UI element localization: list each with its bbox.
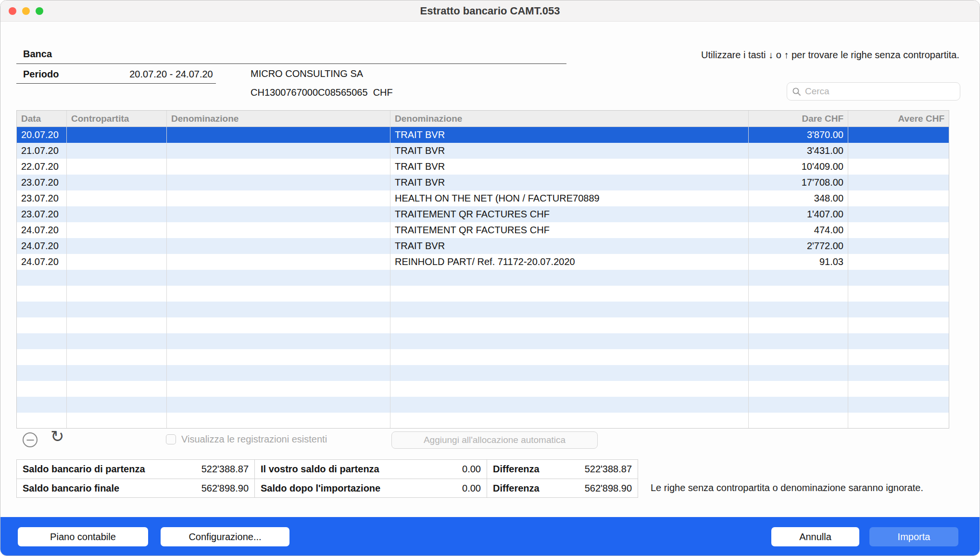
table-body: 20.07.20TRAIT BVR3'870.0021.07.20TRAIT B… [17, 127, 949, 429]
table-row[interactable] [17, 365, 949, 381]
period-label: Periodo [23, 69, 59, 80]
cancel-button[interactable]: Annulla [771, 527, 859, 546]
cell-denominazione1 [167, 381, 390, 397]
column-header-denominazione-1: Denominazione [167, 111, 390, 126]
cell-data [17, 302, 67, 317]
cell-dare [749, 317, 848, 333]
table-row[interactable]: 23.07.20TRAIT BVR17'708.00 [17, 175, 949, 190]
account-iban: CH1300767000C08565065 CHF [251, 87, 393, 98]
cell-contropartita [67, 206, 167, 222]
cell-contropartita [67, 397, 167, 413]
table-row[interactable] [17, 349, 949, 365]
summary-label: Differenza [493, 483, 540, 494]
cell-denominazione2: TRAIT BVR [390, 238, 749, 254]
cell-data: 23.07.20 [17, 206, 67, 222]
cell-data [17, 270, 67, 286]
import-button[interactable]: Importa [869, 527, 958, 546]
summary-label: Saldo dopo l'importazione [261, 483, 380, 494]
configuration-button[interactable]: Configurazione... [161, 527, 289, 546]
table-row[interactable] [17, 381, 949, 397]
cell-contropartita [67, 238, 167, 254]
cell-contropartita [67, 413, 167, 429]
summary-cell: Saldo bancario di partenza 522'388.87 [17, 460, 254, 479]
cell-contropartita [67, 270, 167, 286]
cell-contropartita [67, 127, 167, 143]
cell-avere [848, 270, 949, 286]
window-title: Estratto bancario CAMT.053 [0, 5, 980, 17]
cell-data: 21.07.20 [17, 143, 67, 159]
ignored-rows-note: Le righe senza contropartita o denominaz… [651, 482, 923, 493]
cell-contropartita [67, 143, 167, 159]
table-row[interactable]: 24.07.20REINHOLD PART/ Ref. 71172-20.07.… [17, 254, 949, 270]
table-row[interactable] [17, 302, 949, 317]
cell-dare: 1'407.00 [749, 206, 848, 222]
summary-cell: Differenza 522'388.87 [487, 460, 638, 479]
table-row[interactable] [17, 286, 949, 302]
cell-denominazione1 [167, 254, 390, 270]
cell-contropartita [67, 302, 167, 317]
show-existing-row: Visualizza le registrazioni esistenti [166, 434, 327, 445]
summary-value: 0.00 [462, 464, 481, 475]
cell-contropartita [67, 159, 167, 175]
cell-dare [749, 397, 848, 413]
remove-row-button[interactable] [23, 432, 38, 447]
cell-data [17, 397, 67, 413]
table-row[interactable]: 24.07.20TRAITEMENT QR FACTURES CHF474.00 [17, 222, 949, 238]
summary-table: Saldo bancario di partenza 522'388.87 Il… [16, 459, 638, 498]
summary-label: Differenza [493, 464, 540, 475]
cell-data: 20.07.20 [17, 127, 67, 143]
summary-value: 562'898.90 [201, 483, 249, 494]
cell-contropartita [67, 381, 167, 397]
cell-avere [848, 349, 949, 365]
table-row[interactable]: 20.07.20TRAIT BVR3'870.00 [17, 127, 949, 143]
cell-avere [848, 397, 949, 413]
navigation-hint: Utilizzare i tasti ↓ o ↑ per trovare le … [701, 50, 959, 61]
cell-contropartita [67, 190, 167, 206]
refresh-icon[interactable]: ↻ [50, 428, 64, 444]
table-row[interactable]: 21.07.20TRAIT BVR3'431.00 [17, 143, 949, 159]
cell-avere [848, 143, 949, 159]
cell-denominazione1 [167, 333, 390, 349]
table-row[interactable]: 23.07.20TRAITEMENT QR FACTURES CHF1'407.… [17, 206, 949, 222]
table-row[interactable]: 23.07.20HEALTH ON THE NET (HON / FACTURE… [17, 190, 949, 206]
cell-denominazione2 [390, 349, 749, 365]
cell-denominazione1 [167, 317, 390, 333]
cell-denominazione1 [167, 143, 390, 159]
cell-avere [848, 206, 949, 222]
search-input[interactable] [805, 86, 955, 97]
cell-denominazione1 [167, 190, 390, 206]
table-row[interactable]: 24.07.20TRAIT BVR2'772.00 [17, 238, 949, 254]
cell-denominazione2: TRAIT BVR [390, 175, 749, 190]
cell-avere [848, 190, 949, 206]
summary-value: 522'388.87 [201, 464, 249, 475]
table-row[interactable] [17, 333, 949, 349]
cell-denominazione2 [390, 413, 749, 429]
show-existing-checkbox[interactable] [166, 434, 176, 444]
summary-cell: Il vostro saldo di partenza 0.00 [254, 460, 487, 479]
table-row[interactable] [17, 270, 949, 286]
table-row[interactable] [17, 317, 949, 333]
cell-denominazione1 [167, 302, 390, 317]
cell-denominazione2: REINHOLD PART/ Ref. 71172-20.07.2020 [390, 254, 749, 270]
cell-dare: 17'708.00 [749, 175, 848, 190]
table-row[interactable]: 22.07.20TRAIT BVR10'409.00 [17, 159, 949, 175]
cell-denominazione1 [167, 286, 390, 302]
cell-data [17, 349, 67, 365]
cell-denominazione2: TRAIT BVR [390, 127, 749, 143]
summary-value: 522'388.87 [585, 464, 632, 475]
cell-dare: 474.00 [749, 222, 848, 238]
chart-of-accounts-button[interactable]: Piano contabile [18, 527, 148, 546]
cell-denominazione2 [390, 302, 749, 317]
cell-denominazione1 [167, 238, 390, 254]
add-auto-allocation-button[interactable]: Aggiungi all'allocazione automatica [391, 431, 598, 449]
summary-cell: Differenza 562'898.90 [487, 479, 638, 497]
cell-data: 24.07.20 [17, 254, 67, 270]
table-row[interactable] [17, 397, 949, 413]
cell-dare [749, 302, 848, 317]
cell-dare [749, 349, 848, 365]
table-row[interactable] [17, 413, 949, 429]
cell-avere [848, 333, 949, 349]
cell-denominazione1 [167, 127, 390, 143]
cell-denominazione2 [390, 397, 749, 413]
cell-dare [749, 381, 848, 397]
